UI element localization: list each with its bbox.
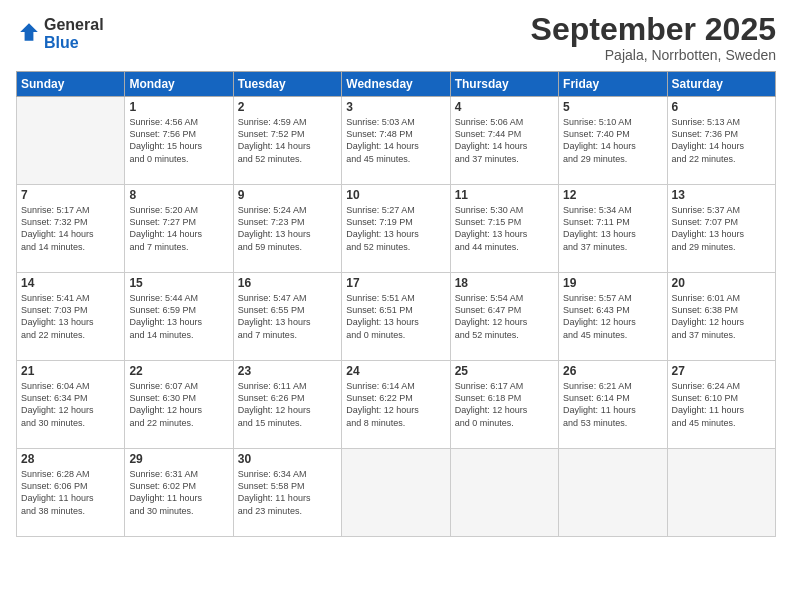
table-row: 17Sunrise: 5:51 AMSunset: 6:51 PMDayligh… [342, 273, 450, 361]
day-number: 27 [672, 364, 771, 378]
table-row: 2Sunrise: 4:59 AMSunset: 7:52 PMDaylight… [233, 97, 341, 185]
header-wednesday: Wednesday [342, 72, 450, 97]
day-info: Sunrise: 5:17 AMSunset: 7:32 PMDaylight:… [21, 204, 120, 253]
day-info: Sunrise: 5:20 AMSunset: 7:27 PMDaylight:… [129, 204, 228, 253]
day-number: 10 [346, 188, 445, 202]
table-row [17, 97, 125, 185]
day-number: 5 [563, 100, 662, 114]
table-row: 4Sunrise: 5:06 AMSunset: 7:44 PMDaylight… [450, 97, 558, 185]
day-info: Sunrise: 6:07 AMSunset: 6:30 PMDaylight:… [129, 380, 228, 429]
header-friday: Friday [559, 72, 667, 97]
table-row: 12Sunrise: 5:34 AMSunset: 7:11 PMDayligh… [559, 185, 667, 273]
day-number: 30 [238, 452, 337, 466]
day-number: 9 [238, 188, 337, 202]
table-row [559, 449, 667, 537]
calendar-week-row: 21Sunrise: 6:04 AMSunset: 6:34 PMDayligh… [17, 361, 776, 449]
day-number: 25 [455, 364, 554, 378]
day-number: 20 [672, 276, 771, 290]
table-row [667, 449, 775, 537]
day-number: 2 [238, 100, 337, 114]
table-row: 25Sunrise: 6:17 AMSunset: 6:18 PMDayligh… [450, 361, 558, 449]
table-row: 18Sunrise: 5:54 AMSunset: 6:47 PMDayligh… [450, 273, 558, 361]
table-row: 9Sunrise: 5:24 AMSunset: 7:23 PMDaylight… [233, 185, 341, 273]
day-number: 12 [563, 188, 662, 202]
logo: General Blue [16, 16, 104, 51]
table-row: 22Sunrise: 6:07 AMSunset: 6:30 PMDayligh… [125, 361, 233, 449]
day-number: 26 [563, 364, 662, 378]
day-info: Sunrise: 5:10 AMSunset: 7:40 PMDaylight:… [563, 116, 662, 165]
header-saturday: Saturday [667, 72, 775, 97]
day-info: Sunrise: 6:17 AMSunset: 6:18 PMDaylight:… [455, 380, 554, 429]
day-info: Sunrise: 5:51 AMSunset: 6:51 PMDaylight:… [346, 292, 445, 341]
day-info: Sunrise: 4:56 AMSunset: 7:56 PMDaylight:… [129, 116, 228, 165]
table-row [342, 449, 450, 537]
table-row: 30Sunrise: 6:34 AMSunset: 5:58 PMDayligh… [233, 449, 341, 537]
day-info: Sunrise: 5:47 AMSunset: 6:55 PMDaylight:… [238, 292, 337, 341]
day-info: Sunrise: 4:59 AMSunset: 7:52 PMDaylight:… [238, 116, 337, 165]
header-thursday: Thursday [450, 72, 558, 97]
day-number: 24 [346, 364, 445, 378]
day-info: Sunrise: 5:03 AMSunset: 7:48 PMDaylight:… [346, 116, 445, 165]
table-row: 20Sunrise: 6:01 AMSunset: 6:38 PMDayligh… [667, 273, 775, 361]
day-info: Sunrise: 5:44 AMSunset: 6:59 PMDaylight:… [129, 292, 228, 341]
month-title: September 2025 [531, 12, 776, 47]
table-row: 16Sunrise: 5:47 AMSunset: 6:55 PMDayligh… [233, 273, 341, 361]
title-block: September 2025 Pajala, Norrbotten, Swede… [531, 12, 776, 63]
day-info: Sunrise: 5:54 AMSunset: 6:47 PMDaylight:… [455, 292, 554, 341]
day-number: 13 [672, 188, 771, 202]
day-number: 7 [21, 188, 120, 202]
day-info: Sunrise: 6:01 AMSunset: 6:38 PMDaylight:… [672, 292, 771, 341]
day-number: 28 [21, 452, 120, 466]
day-number: 22 [129, 364, 228, 378]
day-info: Sunrise: 6:11 AMSunset: 6:26 PMDaylight:… [238, 380, 337, 429]
table-row: 13Sunrise: 5:37 AMSunset: 7:07 PMDayligh… [667, 185, 775, 273]
day-number: 14 [21, 276, 120, 290]
day-info: Sunrise: 6:28 AMSunset: 6:06 PMDaylight:… [21, 468, 120, 517]
table-row: 3Sunrise: 5:03 AMSunset: 7:48 PMDaylight… [342, 97, 450, 185]
table-row: 6Sunrise: 5:13 AMSunset: 7:36 PMDaylight… [667, 97, 775, 185]
day-number: 11 [455, 188, 554, 202]
table-row [450, 449, 558, 537]
day-number: 15 [129, 276, 228, 290]
table-row: 23Sunrise: 6:11 AMSunset: 6:26 PMDayligh… [233, 361, 341, 449]
calendar-week-row: 1Sunrise: 4:56 AMSunset: 7:56 PMDaylight… [17, 97, 776, 185]
day-number: 8 [129, 188, 228, 202]
day-number: 21 [21, 364, 120, 378]
table-row: 8Sunrise: 5:20 AMSunset: 7:27 PMDaylight… [125, 185, 233, 273]
day-info: Sunrise: 5:41 AMSunset: 7:03 PMDaylight:… [21, 292, 120, 341]
page-header: General Blue September 2025 Pajala, Norr… [16, 12, 776, 63]
day-number: 4 [455, 100, 554, 114]
calendar-week-row: 7Sunrise: 5:17 AMSunset: 7:32 PMDaylight… [17, 185, 776, 273]
day-number: 1 [129, 100, 228, 114]
day-number: 6 [672, 100, 771, 114]
day-number: 29 [129, 452, 228, 466]
day-info: Sunrise: 5:27 AMSunset: 7:19 PMDaylight:… [346, 204, 445, 253]
day-info: Sunrise: 5:34 AMSunset: 7:11 PMDaylight:… [563, 204, 662, 253]
day-info: Sunrise: 5:13 AMSunset: 7:36 PMDaylight:… [672, 116, 771, 165]
day-info: Sunrise: 5:57 AMSunset: 6:43 PMDaylight:… [563, 292, 662, 341]
table-row: 1Sunrise: 4:56 AMSunset: 7:56 PMDaylight… [125, 97, 233, 185]
day-info: Sunrise: 6:31 AMSunset: 6:02 PMDaylight:… [129, 468, 228, 517]
day-number: 19 [563, 276, 662, 290]
day-info: Sunrise: 6:14 AMSunset: 6:22 PMDaylight:… [346, 380, 445, 429]
table-row: 21Sunrise: 6:04 AMSunset: 6:34 PMDayligh… [17, 361, 125, 449]
table-row: 28Sunrise: 6:28 AMSunset: 6:06 PMDayligh… [17, 449, 125, 537]
location: Pajala, Norrbotten, Sweden [531, 47, 776, 63]
table-row: 26Sunrise: 6:21 AMSunset: 6:14 PMDayligh… [559, 361, 667, 449]
table-row: 10Sunrise: 5:27 AMSunset: 7:19 PMDayligh… [342, 185, 450, 273]
day-info: Sunrise: 5:37 AMSunset: 7:07 PMDaylight:… [672, 204, 771, 253]
day-info: Sunrise: 6:21 AMSunset: 6:14 PMDaylight:… [563, 380, 662, 429]
calendar-week-row: 28Sunrise: 6:28 AMSunset: 6:06 PMDayligh… [17, 449, 776, 537]
day-info: Sunrise: 6:34 AMSunset: 5:58 PMDaylight:… [238, 468, 337, 517]
header-monday: Monday [125, 72, 233, 97]
header-tuesday: Tuesday [233, 72, 341, 97]
logo-icon [18, 21, 40, 43]
table-row: 11Sunrise: 5:30 AMSunset: 7:15 PMDayligh… [450, 185, 558, 273]
day-number: 16 [238, 276, 337, 290]
table-row: 14Sunrise: 5:41 AMSunset: 7:03 PMDayligh… [17, 273, 125, 361]
day-info: Sunrise: 6:24 AMSunset: 6:10 PMDaylight:… [672, 380, 771, 429]
table-row: 15Sunrise: 5:44 AMSunset: 6:59 PMDayligh… [125, 273, 233, 361]
day-info: Sunrise: 5:06 AMSunset: 7:44 PMDaylight:… [455, 116, 554, 165]
day-number: 17 [346, 276, 445, 290]
table-row: 24Sunrise: 6:14 AMSunset: 6:22 PMDayligh… [342, 361, 450, 449]
